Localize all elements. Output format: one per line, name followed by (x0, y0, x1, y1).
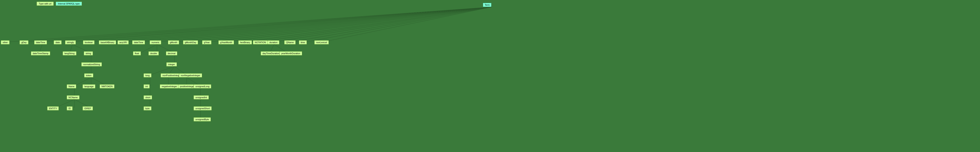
svg-line-12 (209, 7, 492, 42)
svg-line-14 (245, 7, 492, 42)
node-float: float (133, 51, 141, 55)
node-langString: langString (63, 51, 76, 55)
svg-line-9 (157, 7, 492, 42)
legend: Type with url Internal SPARQL type (37, 2, 82, 6)
svg-line-0 (7, 7, 492, 42)
node-NOTATION: NOTATION (253, 40, 268, 45)
node-hexBinary: hexBinary (238, 40, 252, 45)
node-IDREF: IDREF (83, 106, 93, 110)
svg-line-15 (259, 7, 492, 42)
node-token: token (84, 74, 93, 77)
svg-line-4 (72, 7, 492, 42)
node-decimal: decimal (166, 51, 177, 55)
svg-line-19 (323, 7, 492, 42)
node-gMonthDay: gMonthDay (183, 40, 198, 45)
node-gYearMonth: gYearMonth (218, 40, 234, 45)
node-ID: ID (67, 106, 73, 110)
svg-line-3 (60, 7, 492, 42)
node-int: int (143, 84, 150, 88)
node-duration: duration (267, 40, 279, 45)
node-unsignedByte: unsignedByte (194, 117, 211, 122)
node-negativeInteger: negativeInteger (160, 84, 179, 88)
node-NCName: NCName (67, 95, 80, 99)
node-dateTime: dateTime (34, 40, 47, 45)
svg-line-1 (26, 7, 492, 42)
node-anyURI: anyURI (118, 40, 129, 45)
node-byte: byte (143, 106, 151, 110)
svg-line-7 (125, 7, 492, 42)
node-long: long (143, 74, 151, 77)
node-yearMonthDuration: yearMonthDuration (279, 51, 302, 55)
node-Term: Term (483, 3, 492, 7)
node-Name: Name (67, 84, 76, 88)
svg-line-13 (225, 7, 492, 42)
node-dayTimeDuration: dayTimeDuration (261, 51, 281, 55)
svg-line-8 (140, 7, 492, 42)
node-nonLexical: nonLexical (314, 40, 329, 45)
legend-type-url: Type with url (37, 2, 54, 6)
node-unsignedInt: unsignedInt (194, 95, 209, 99)
node-other: other (1, 40, 10, 45)
svg-line-16 (274, 7, 492, 42)
node-gMonth: gMonth (168, 40, 179, 45)
node-unsignedLong: unsignedLong (194, 84, 211, 88)
node-ENTITY: ENTITY (47, 106, 59, 110)
node-dateTimeStamp: dateTimeStamp (31, 51, 50, 55)
node-normalizedString: normalizedString (81, 62, 102, 66)
node-gYear: gYear (202, 40, 212, 45)
svg-line-18 (306, 7, 492, 42)
node-string: string (84, 51, 93, 55)
node-unsignedShort: unsignedShort (194, 106, 212, 110)
node-stringly: stringly (65, 40, 76, 45)
svg-line-2 (42, 7, 492, 42)
svg-line-10 (175, 7, 492, 42)
node-date: date (54, 40, 62, 45)
node-dateTime2: dateTime (132, 40, 145, 45)
svg-line-5 (91, 7, 492, 42)
node-numeric: numeric (150, 40, 161, 45)
node-short: short (143, 95, 152, 99)
node-NMTOKEN: NMTOKEN (100, 84, 115, 88)
node-QName: QName (284, 40, 296, 45)
node-time: time (299, 40, 307, 45)
node-double: double (148, 51, 159, 55)
node-gDay: gDay (19, 40, 29, 45)
svg-line-6 (108, 7, 492, 42)
svg-line-17 (291, 7, 492, 42)
node-boolean: boolean (83, 40, 95, 45)
node-nonNegativeInteger: nonNegativeInteger (179, 74, 202, 77)
svg-line-11 (191, 7, 492, 42)
legend-internal-sparql: Internal SPARQL type (56, 2, 82, 6)
node-base64Binary: base64Binary (99, 40, 116, 45)
node-language: language (83, 84, 95, 88)
node-integer: integer (166, 62, 177, 66)
